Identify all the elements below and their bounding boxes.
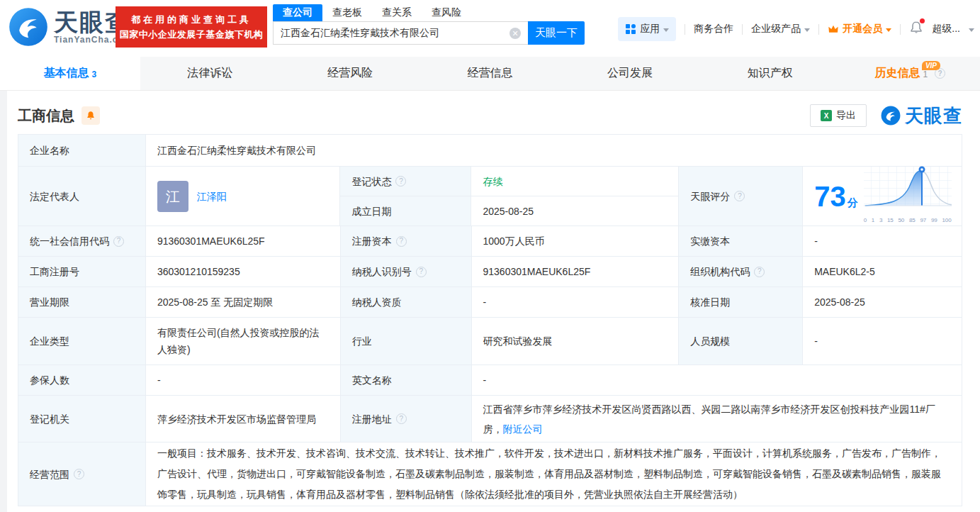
field-label: 英文名称 bbox=[341, 365, 472, 396]
tianyancha-logo-icon bbox=[881, 106, 901, 126]
search-tab-relation[interactable]: 查关系 bbox=[372, 4, 422, 21]
tab-basic-info[interactable]: 基本信息 3 bbox=[0, 57, 140, 90]
search-tab-company[interactable]: 查公司 bbox=[273, 4, 322, 21]
field-label: 工商注册号 bbox=[18, 257, 146, 287]
tab-operation-risk[interactable]: 经营风险 bbox=[280, 57, 420, 90]
bell-icon bbox=[86, 111, 96, 121]
table-row: 营业期限 2025-08-25 至 无固定期限 纳税人资质 - 核准日期 202… bbox=[18, 287, 962, 318]
monitor-bell-button[interactable] bbox=[81, 106, 100, 125]
tab-legal-proceedings[interactable]: 法律诉讼 bbox=[140, 57, 281, 90]
section-header: 工商信息 X 导出 天眼查 bbox=[18, 102, 962, 129]
tab-label: 经营风险 bbox=[327, 66, 373, 81]
tab-company-development[interactable]: 公司发展 bbox=[560, 57, 700, 90]
business-info-table: 企业名称 江西金石汇纳柔性穿戴技术有限公司 法定代表人 江 江泽阳 登记状态 ? bbox=[18, 134, 962, 506]
main-content: 工商信息 X 导出 天眼查 bbox=[0, 102, 980, 506]
score-value: 73分 bbox=[814, 182, 858, 211]
export-button[interactable]: X 导出 bbox=[810, 104, 867, 127]
status-date-subcolumn: 登记状态 ? 存续 成立日期 2025-08-25 bbox=[340, 167, 679, 226]
help-icon[interactable]: ? bbox=[74, 469, 84, 479]
cooperation-label: 商务合作 bbox=[694, 23, 733, 35]
apps-grid-icon bbox=[625, 23, 636, 35]
taxpayer-id-value: 91360301MAEUK6L25F bbox=[472, 257, 680, 287]
paid-capital-value: - bbox=[803, 226, 962, 257]
divider bbox=[818, 24, 819, 35]
reg-status-value: 存续 bbox=[471, 167, 679, 196]
org-code-value: MAEUK6L2-5 bbox=[803, 257, 962, 287]
reg-address-cell: 江西省萍乡市萍乡经济技术开发区尚贤西路以西、兴园二路以南萍乡市经济开发区创投科技… bbox=[472, 396, 962, 443]
tab-label: 经营信息 bbox=[468, 66, 513, 81]
watermark-text: 天眼查 bbox=[905, 104, 962, 128]
field-label: 实缴资本 bbox=[679, 226, 803, 257]
chevron-down-icon[interactable] bbox=[969, 28, 974, 32]
search-tab-risk[interactable]: 查风险 bbox=[422, 4, 471, 21]
help-icon[interactable]: ? bbox=[754, 267, 765, 277]
staff-size-value: - bbox=[803, 318, 962, 365]
legal-rep-cell: 江 江泽阳 bbox=[146, 167, 341, 226]
field-label: 参保人数 bbox=[18, 365, 146, 396]
approval-date-value: 2025-08-25 bbox=[803, 287, 962, 318]
nearby-companies-link[interactable]: 附近公司 bbox=[503, 423, 543, 435]
help-icon[interactable]: ? bbox=[396, 413, 407, 424]
company-name-value: 江西金石汇纳柔性穿戴技术有限公司 bbox=[146, 135, 962, 167]
help-icon[interactable]: ? bbox=[395, 176, 406, 187]
field-label: 登记机关 bbox=[18, 396, 146, 443]
section-title: 工商信息 bbox=[18, 106, 74, 126]
label-text: 纳税人识别号 bbox=[352, 264, 412, 279]
reg-number-value: 360301210159235 bbox=[146, 257, 341, 287]
search-button[interactable]: 天眼一下 bbox=[528, 21, 585, 45]
est-date-value: 2025-08-25 bbox=[471, 196, 679, 226]
help-icon[interactable]: ? bbox=[113, 236, 124, 247]
english-name-value: - bbox=[472, 365, 962, 396]
avatar[interactable]: 江 bbox=[157, 181, 188, 212]
chevron-down-icon bbox=[804, 28, 810, 32]
field-label: 纳税人资质 bbox=[341, 287, 472, 318]
legal-rep-link[interactable]: 江泽阳 bbox=[197, 189, 227, 204]
export-label: 导出 bbox=[836, 109, 856, 122]
nav-cooperation[interactable]: 商务合作 bbox=[694, 23, 733, 35]
apps-menu[interactable]: 应用 bbox=[618, 17, 676, 41]
field-label: 企业名称 bbox=[18, 135, 146, 167]
tab-label: 基本信息 bbox=[43, 66, 89, 81]
label-text: 统一社会信用代码 bbox=[30, 233, 109, 249]
clear-search-icon[interactable]: ✕ bbox=[509, 28, 521, 39]
score-cell: 73分 bbox=[803, 167, 962, 226]
chevron-down-icon bbox=[886, 28, 891, 32]
field-label: 营业期限 bbox=[18, 287, 146, 318]
credit-code-value: 91360301MAEUK6L25F bbox=[146, 226, 341, 257]
reg-capital-value: 1000万人民币 bbox=[472, 226, 680, 257]
table-row: 参保人数 - 英文名称 - bbox=[18, 365, 962, 396]
tab-count: 1 bbox=[923, 69, 928, 79]
taxpayer-quality-value: - bbox=[472, 287, 680, 318]
open-vip-button[interactable]: 开通会员 bbox=[828, 23, 891, 35]
enterprise-label: 企业级产品 bbox=[751, 23, 801, 35]
field-label: 经营范围 ? bbox=[18, 443, 146, 506]
site-logo[interactable]: 天眼查 TianYanCha.com bbox=[9, 7, 132, 47]
table-row: 工商注册号 360301210159235 纳税人识别号 ? 91360301M… bbox=[18, 257, 962, 287]
tab-history-info[interactable]: VIP 历史信息 1 ? bbox=[840, 57, 980, 90]
tab-label: 公司发展 bbox=[607, 66, 653, 81]
search-tab-boss[interactable]: 查老板 bbox=[322, 4, 372, 21]
nav-enterprise-products[interactable]: 企业级产品 bbox=[751, 23, 810, 35]
tab-intellectual-property[interactable]: 知识产权 bbox=[700, 57, 840, 90]
chevron-down-icon bbox=[663, 28, 669, 32]
company-type-value: 有限责任公司(自然人投资或控股的法人独资) bbox=[146, 318, 341, 365]
help-icon[interactable]: ? bbox=[416, 267, 427, 277]
tab-operation-info[interactable]: 经营信息 bbox=[420, 57, 561, 90]
label-text: 注册资本 bbox=[352, 233, 392, 249]
industry-value: 研究和试验发展 bbox=[472, 318, 680, 365]
tab-label: 历史信息 bbox=[874, 66, 920, 81]
table-row: 登记机关 萍乡经济技术开发区市场监督管理局 注册地址 ? 江西省萍乡市萍乡经济技… bbox=[18, 396, 962, 443]
help-icon[interactable]: ? bbox=[734, 191, 745, 201]
field-label: 统一社会信用代码 ? bbox=[18, 226, 146, 257]
notifications-button[interactable] bbox=[909, 21, 923, 38]
field-label: 人员规模 bbox=[679, 318, 803, 365]
score-distribution-chart: 0 1 3 15 50 85 97 99 100 bbox=[862, 165, 953, 228]
help-icon[interactable]: ? bbox=[396, 236, 407, 247]
insured-count-value: - bbox=[146, 365, 341, 396]
business-scope-value: 一般项目：技术服务、技术开发、技术咨询、技术交流、技术转让、技术推广，软件开发，… bbox=[146, 443, 962, 506]
user-account-menu[interactable]: 超级... bbox=[932, 23, 960, 35]
field-label: 注册资本 ? bbox=[341, 226, 472, 257]
company-section-tabs: 基本信息 3 法律诉讼 经营风险 经营信息 公司发展 知识产权 VIP 历史信息… bbox=[0, 57, 980, 91]
search-input[interactable] bbox=[273, 21, 528, 45]
label-text: 组织机构代码 bbox=[690, 264, 750, 279]
